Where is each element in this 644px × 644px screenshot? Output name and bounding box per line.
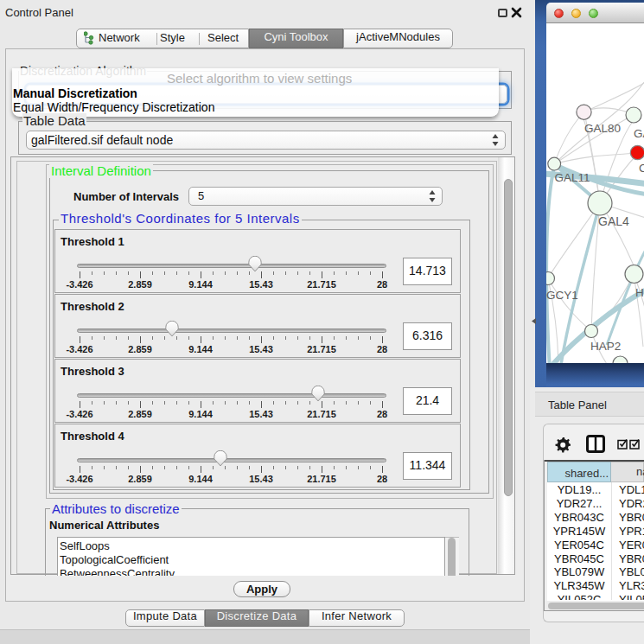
svg-text:GAL80: GAL80	[584, 122, 621, 135]
svg-text:HIS: HIS	[635, 286, 644, 299]
svg-text:GAL4: GAL4	[598, 214, 629, 228]
svg-text:HAP2: HAP2	[590, 340, 621, 353]
svg-text:GAL1: GAL1	[634, 127, 644, 140]
svg-text:CDC: CDC	[639, 162, 644, 175]
svg-text:GCY1: GCY1	[546, 289, 578, 302]
svg-text:GAL11: GAL11	[555, 171, 590, 184]
